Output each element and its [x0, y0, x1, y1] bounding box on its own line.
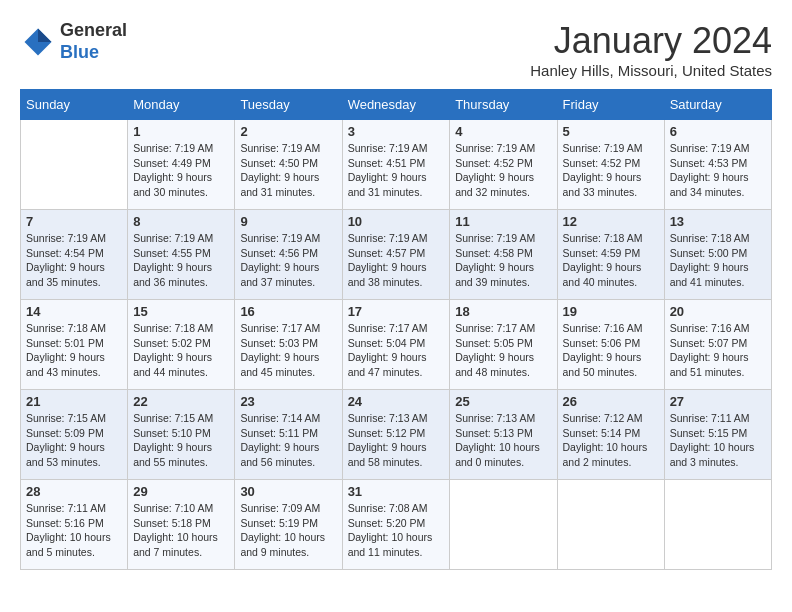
day-number: 11: [455, 214, 551, 229]
day-number: 19: [563, 304, 659, 319]
calendar-week-row: 21Sunrise: 7:15 AM Sunset: 5:09 PM Dayli…: [21, 390, 772, 480]
day-number: 16: [240, 304, 336, 319]
day-info: Sunrise: 7:17 AM Sunset: 5:03 PM Dayligh…: [240, 321, 336, 380]
day-info: Sunrise: 7:16 AM Sunset: 5:07 PM Dayligh…: [670, 321, 766, 380]
day-number: 24: [348, 394, 445, 409]
day-info: Sunrise: 7:19 AM Sunset: 4:50 PM Dayligh…: [240, 141, 336, 200]
weekday-header-friday: Friday: [557, 90, 664, 120]
month-title: January 2024: [530, 20, 772, 62]
day-info: Sunrise: 7:18 AM Sunset: 5:01 PM Dayligh…: [26, 321, 122, 380]
day-info: Sunrise: 7:13 AM Sunset: 5:12 PM Dayligh…: [348, 411, 445, 470]
day-number: 17: [348, 304, 445, 319]
calendar-day-cell: 9Sunrise: 7:19 AM Sunset: 4:56 PM Daylig…: [235, 210, 342, 300]
calendar-day-cell: 26Sunrise: 7:12 AM Sunset: 5:14 PM Dayli…: [557, 390, 664, 480]
calendar-day-cell: 12Sunrise: 7:18 AM Sunset: 4:59 PM Dayli…: [557, 210, 664, 300]
day-info: Sunrise: 7:19 AM Sunset: 4:49 PM Dayligh…: [133, 141, 229, 200]
day-number: 7: [26, 214, 122, 229]
calendar-day-cell: 13Sunrise: 7:18 AM Sunset: 5:00 PM Dayli…: [664, 210, 771, 300]
calendar-day-cell: 6Sunrise: 7:19 AM Sunset: 4:53 PM Daylig…: [664, 120, 771, 210]
weekday-header-sunday: Sunday: [21, 90, 128, 120]
day-number: 26: [563, 394, 659, 409]
calendar-day-cell: 19Sunrise: 7:16 AM Sunset: 5:06 PM Dayli…: [557, 300, 664, 390]
logo-text: General Blue: [60, 20, 127, 63]
day-info: Sunrise: 7:18 AM Sunset: 5:02 PM Dayligh…: [133, 321, 229, 380]
location: Hanley Hills, Missouri, United States: [530, 62, 772, 79]
calendar-day-cell: 23Sunrise: 7:14 AM Sunset: 5:11 PM Dayli…: [235, 390, 342, 480]
day-info: Sunrise: 7:19 AM Sunset: 4:52 PM Dayligh…: [455, 141, 551, 200]
logo: General Blue: [20, 20, 127, 63]
day-info: Sunrise: 7:19 AM Sunset: 4:58 PM Dayligh…: [455, 231, 551, 290]
day-info: Sunrise: 7:17 AM Sunset: 5:04 PM Dayligh…: [348, 321, 445, 380]
calendar-day-cell: [664, 480, 771, 570]
day-number: 18: [455, 304, 551, 319]
day-number: 14: [26, 304, 122, 319]
calendar-day-cell: 3Sunrise: 7:19 AM Sunset: 4:51 PM Daylig…: [342, 120, 450, 210]
day-info: Sunrise: 7:19 AM Sunset: 4:57 PM Dayligh…: [348, 231, 445, 290]
day-number: 28: [26, 484, 122, 499]
svg-marker-1: [38, 28, 52, 42]
calendar-day-cell: 11Sunrise: 7:19 AM Sunset: 4:58 PM Dayli…: [450, 210, 557, 300]
title-section: January 2024 Hanley Hills, Missouri, Uni…: [530, 20, 772, 79]
day-number: 1: [133, 124, 229, 139]
day-info: Sunrise: 7:19 AM Sunset: 4:55 PM Dayligh…: [133, 231, 229, 290]
day-info: Sunrise: 7:13 AM Sunset: 5:13 PM Dayligh…: [455, 411, 551, 470]
day-number: 23: [240, 394, 336, 409]
day-info: Sunrise: 7:12 AM Sunset: 5:14 PM Dayligh…: [563, 411, 659, 470]
day-info: Sunrise: 7:16 AM Sunset: 5:06 PM Dayligh…: [563, 321, 659, 380]
day-info: Sunrise: 7:19 AM Sunset: 4:53 PM Dayligh…: [670, 141, 766, 200]
logo-icon: [20, 24, 56, 60]
day-number: 15: [133, 304, 229, 319]
day-info: Sunrise: 7:19 AM Sunset: 4:52 PM Dayligh…: [563, 141, 659, 200]
calendar-day-cell: 10Sunrise: 7:19 AM Sunset: 4:57 PM Dayli…: [342, 210, 450, 300]
calendar-day-cell: 8Sunrise: 7:19 AM Sunset: 4:55 PM Daylig…: [128, 210, 235, 300]
calendar-week-row: 7Sunrise: 7:19 AM Sunset: 4:54 PM Daylig…: [21, 210, 772, 300]
calendar-day-cell: 22Sunrise: 7:15 AM Sunset: 5:10 PM Dayli…: [128, 390, 235, 480]
day-info: Sunrise: 7:11 AM Sunset: 5:16 PM Dayligh…: [26, 501, 122, 560]
calendar-day-cell: 14Sunrise: 7:18 AM Sunset: 5:01 PM Dayli…: [21, 300, 128, 390]
calendar-day-cell: [450, 480, 557, 570]
calendar-day-cell: 21Sunrise: 7:15 AM Sunset: 5:09 PM Dayli…: [21, 390, 128, 480]
day-number: 6: [670, 124, 766, 139]
calendar-day-cell: 5Sunrise: 7:19 AM Sunset: 4:52 PM Daylig…: [557, 120, 664, 210]
day-number: 9: [240, 214, 336, 229]
calendar-day-cell: 31Sunrise: 7:08 AM Sunset: 5:20 PM Dayli…: [342, 480, 450, 570]
calendar-day-cell: 18Sunrise: 7:17 AM Sunset: 5:05 PM Dayli…: [450, 300, 557, 390]
calendar-day-cell: 30Sunrise: 7:09 AM Sunset: 5:19 PM Dayli…: [235, 480, 342, 570]
day-info: Sunrise: 7:08 AM Sunset: 5:20 PM Dayligh…: [348, 501, 445, 560]
calendar-day-cell: 20Sunrise: 7:16 AM Sunset: 5:07 PM Dayli…: [664, 300, 771, 390]
weekday-header-monday: Monday: [128, 90, 235, 120]
weekday-header-tuesday: Tuesday: [235, 90, 342, 120]
day-info: Sunrise: 7:15 AM Sunset: 5:09 PM Dayligh…: [26, 411, 122, 470]
day-info: Sunrise: 7:10 AM Sunset: 5:18 PM Dayligh…: [133, 501, 229, 560]
day-number: 21: [26, 394, 122, 409]
day-info: Sunrise: 7:15 AM Sunset: 5:10 PM Dayligh…: [133, 411, 229, 470]
calendar-day-cell: [557, 480, 664, 570]
day-number: 29: [133, 484, 229, 499]
calendar-day-cell: 15Sunrise: 7:18 AM Sunset: 5:02 PM Dayli…: [128, 300, 235, 390]
weekday-header-row: SundayMondayTuesdayWednesdayThursdayFrid…: [21, 90, 772, 120]
calendar-day-cell: 27Sunrise: 7:11 AM Sunset: 5:15 PM Dayli…: [664, 390, 771, 480]
calendar-day-cell: 28Sunrise: 7:11 AM Sunset: 5:16 PM Dayli…: [21, 480, 128, 570]
calendar-day-cell: 17Sunrise: 7:17 AM Sunset: 5:04 PM Dayli…: [342, 300, 450, 390]
weekday-header-saturday: Saturday: [664, 90, 771, 120]
weekday-header-wednesday: Wednesday: [342, 90, 450, 120]
calendar-day-cell: 25Sunrise: 7:13 AM Sunset: 5:13 PM Dayli…: [450, 390, 557, 480]
day-info: Sunrise: 7:14 AM Sunset: 5:11 PM Dayligh…: [240, 411, 336, 470]
day-number: 25: [455, 394, 551, 409]
calendar-table: SundayMondayTuesdayWednesdayThursdayFrid…: [20, 89, 772, 570]
calendar-day-cell: 4Sunrise: 7:19 AM Sunset: 4:52 PM Daylig…: [450, 120, 557, 210]
day-number: 2: [240, 124, 336, 139]
day-info: Sunrise: 7:17 AM Sunset: 5:05 PM Dayligh…: [455, 321, 551, 380]
day-number: 3: [348, 124, 445, 139]
day-number: 13: [670, 214, 766, 229]
calendar-week-row: 14Sunrise: 7:18 AM Sunset: 5:01 PM Dayli…: [21, 300, 772, 390]
calendar-day-cell: 24Sunrise: 7:13 AM Sunset: 5:12 PM Dayli…: [342, 390, 450, 480]
day-number: 12: [563, 214, 659, 229]
day-number: 8: [133, 214, 229, 229]
day-number: 4: [455, 124, 551, 139]
day-info: Sunrise: 7:19 AM Sunset: 4:56 PM Dayligh…: [240, 231, 336, 290]
day-number: 27: [670, 394, 766, 409]
day-info: Sunrise: 7:11 AM Sunset: 5:15 PM Dayligh…: [670, 411, 766, 470]
day-info: Sunrise: 7:18 AM Sunset: 4:59 PM Dayligh…: [563, 231, 659, 290]
calendar-day-cell: 16Sunrise: 7:17 AM Sunset: 5:03 PM Dayli…: [235, 300, 342, 390]
